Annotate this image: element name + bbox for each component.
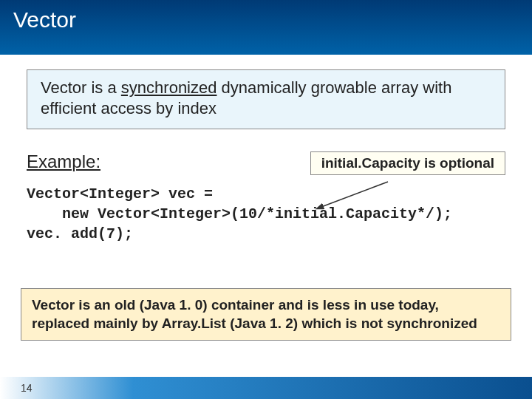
page-number: 14 bbox=[21, 382, 33, 394]
description-text: Vector is a synchronized dynamically gro… bbox=[41, 78, 491, 118]
example-row: Example: initial.Capacity is optional bbox=[27, 151, 505, 175]
code-block: Vector<Integer> vec = new Vector<Integer… bbox=[27, 184, 505, 244]
code-line-3: vec. add(7); bbox=[27, 224, 505, 244]
slide-title: Vector bbox=[13, 7, 519, 33]
desc-underlined: synchronized bbox=[121, 78, 217, 97]
code-line-1: Vector<Integer> vec = bbox=[27, 184, 505, 204]
callout-box: initial.Capacity is optional bbox=[310, 151, 505, 175]
slide-header: Vector bbox=[0, 0, 532, 55]
desc-prefix: Vector is a bbox=[41, 78, 121, 97]
example-label: Example: bbox=[27, 151, 100, 172]
footer-bar: 14 bbox=[0, 377, 532, 399]
code-line-2: new Vector<Integer>(10/*initial.Capacity… bbox=[27, 204, 505, 224]
note-box: Vector is an old (Java 1. 0) container a… bbox=[21, 288, 511, 341]
description-box: Vector is a synchronized dynamically gro… bbox=[27, 69, 505, 129]
